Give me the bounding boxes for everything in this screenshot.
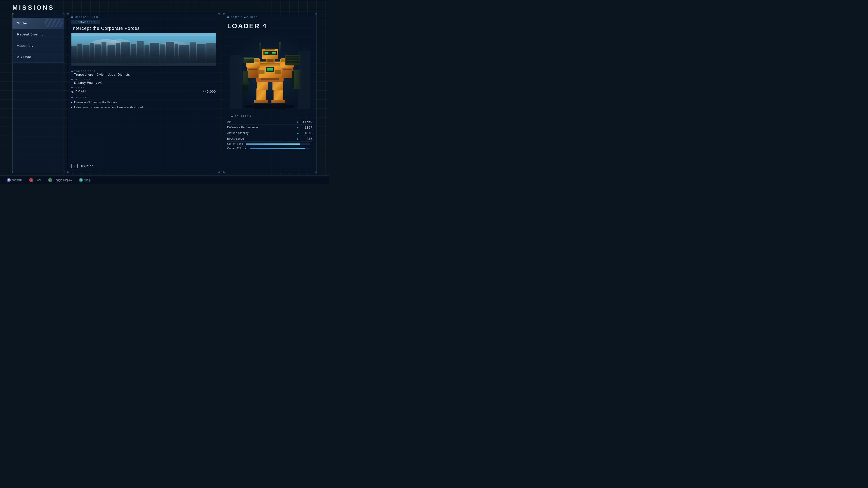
spec-bar-load [246, 143, 310, 144]
x-button-icon: ✕ [7, 178, 11, 182]
reward-label: REWARD [71, 86, 87, 89]
svg-rect-12 [121, 42, 130, 64]
corner-bl [223, 171, 225, 173]
svg-rect-68 [243, 86, 245, 92]
corner-br [218, 171, 220, 173]
confirm-label: :Confirm [12, 178, 22, 182]
svg-rect-7 [90, 43, 94, 63]
menu-item-assembly[interactable]: Assembly [12, 40, 64, 51]
svg-rect-23 [206, 43, 216, 64]
spec-row-att: Attitude Stability ▶ 1870 [227, 130, 312, 136]
svg-rect-18 [166, 42, 174, 63]
svg-rect-21 [190, 42, 196, 64]
svg-rect-24 [71, 36, 216, 64]
svg-rect-71 [283, 69, 292, 70]
svg-rect-44 [258, 65, 281, 66]
svg-rect-22 [197, 44, 206, 63]
page-title: MISSIONS [12, 4, 317, 11]
corner-tl [12, 13, 14, 15]
spec-name-ap: AP [227, 120, 231, 123]
coam-label: COAM [75, 90, 86, 93]
corner-tr [63, 13, 64, 15]
objective-row: OBJECTIVE Destroy Enemy AC [67, 77, 220, 85]
spec-value-ap: 11750 [301, 120, 312, 124]
svg-rect-14 [137, 41, 144, 63]
menu-item-sortie[interactable]: Sortie [12, 18, 64, 29]
footer-confirm: ✕ :Confirm [7, 178, 22, 182]
svg-rect-32 [254, 100, 268, 103]
detail-item-1: Eliminate V.I Freud of the Vespers. [74, 100, 216, 105]
svg-rect-73 [292, 71, 294, 88]
menu-item-ac-data[interactable]: AC Data [12, 51, 64, 63]
spec-bar-fill-load [246, 143, 300, 144]
footer-back: ○ :Back [29, 178, 41, 182]
svg-rect-83 [260, 44, 261, 51]
corner-tr [315, 13, 316, 15]
svg-rect-59 [286, 56, 300, 58]
svg-rect-5 [78, 43, 82, 63]
svg-rect-46 [267, 68, 273, 71]
spec-value-att: 1870 [301, 131, 312, 135]
svg-rect-17 [160, 44, 165, 64]
footer: ✕ :Confirm ○ :Back △ :Toggle Display □ :… [0, 175, 329, 184]
spec-bar-en-load [250, 148, 310, 149]
left-panel: Sortie Repeat Briefing Assembly AC Data [12, 13, 64, 173]
back-label: :Back [35, 178, 41, 182]
svg-rect-9 [101, 42, 106, 63]
svg-rect-20 [179, 45, 189, 63]
svg-point-25 [92, 55, 195, 65]
ac-image [225, 32, 314, 111]
corner-bl [12, 171, 14, 173]
decision-icon: ← [71, 164, 78, 168]
svg-rect-69 [246, 86, 248, 92]
spec-value-boost: 248 [301, 137, 312, 140]
reward-left: € COAM [71, 89, 86, 94]
svg-rect-11 [116, 43, 120, 64]
ac-specs-label: AC SPECS [227, 112, 312, 119]
spec-value-def: 1287 [301, 126, 312, 129]
svg-rect-8 [95, 44, 101, 64]
middle-panel: MISSION INFO //CHAPTER 5 Intercept the C… [67, 13, 220, 173]
combat-zone-label: COMBAT ZONE [71, 70, 216, 72]
svg-rect-66 [241, 82, 249, 84]
mission-title: Intercept the Corporate Forces [67, 25, 220, 33]
mech-svg [225, 32, 314, 111]
svg-rect-6 [83, 45, 89, 63]
footer-toggle: △ :Toggle Display [48, 178, 72, 182]
details-label: DETAILS [71, 96, 216, 99]
svg-rect-13 [131, 44, 136, 63]
spec-name-boost: Boost Speed [227, 137, 244, 140]
svg-rect-84 [279, 43, 281, 51]
decision-label: Decision [80, 164, 94, 168]
svg-point-86 [279, 42, 281, 44]
svg-rect-27 [137, 55, 151, 57]
svg-rect-82 [265, 49, 275, 51]
svg-rect-89 [303, 46, 309, 109]
mission-info-label: MISSION INFO [67, 13, 220, 20]
corner-bl [67, 171, 69, 173]
spec-name-att: Attitude Stability [227, 131, 249, 135]
details-list: Eliminate V.I Freud of the Vespers. Extr… [67, 100, 220, 111]
svg-rect-48 [275, 70, 281, 74]
svg-rect-47 [259, 70, 265, 74]
menu-item-repeat-briefing[interactable]: Repeat Briefing [12, 29, 64, 40]
svg-point-29 [244, 104, 295, 109]
main-container: MISSIONS Sortie Repeat Briefing Assembly… [0, 0, 329, 184]
svg-rect-60 [286, 58, 300, 60]
triangle-button-icon: △ [48, 178, 52, 182]
corner-br [63, 171, 64, 173]
mission-image-svg [71, 33, 216, 66]
spec-row-en-load: Current EN Load [227, 146, 312, 151]
corner-br [315, 171, 316, 173]
arrow-icon-ap: ▶ [297, 121, 299, 123]
reward-details-row: € COAM 440,000 [67, 89, 220, 95]
toggle-label: :Toggle Display [54, 178, 72, 182]
spec-right-boost: ▶ 248 [297, 137, 312, 140]
spec-name-def: Defensive Performance [227, 126, 258, 129]
detail-item-2: Extra rewards based on number of enemies… [74, 105, 216, 110]
reward-amount: 440,000 [203, 90, 216, 93]
decision-button[interactable]: ← Decision [71, 164, 94, 168]
svg-rect-16 [150, 43, 159, 63]
ac-specs-section: AC SPECS AP ▶ 11750 Defensive Performanc… [223, 111, 316, 151]
spec-right-att: ▶ 1870 [297, 131, 312, 135]
